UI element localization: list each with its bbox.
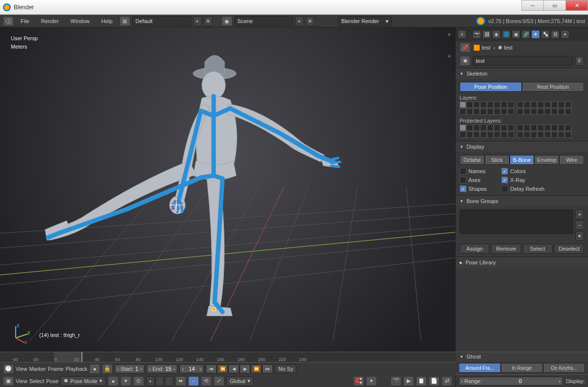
pin-icon[interactable]: 📌 [460,43,470,52]
panel-display-header[interactable]: Display [456,141,588,152]
play-reverse-button[interactable]: ◀ [228,364,239,373]
info-editor-type-icon[interactable]: ⓘ [3,16,14,26]
keyframe-next-button[interactable]: ⏩ [251,364,262,373]
panel-bonegroups-header[interactable]: Bone Groups [456,196,588,206]
menu-help[interactable]: Help [97,16,118,26]
tab-bone-icon[interactable]: 🦴 [541,30,550,39]
editor-type-icon[interactable]: ▣ [3,376,14,386]
bonegroup-select-button[interactable]: Select [523,244,553,254]
menu-file[interactable]: File [16,16,34,26]
bonegroups-list[interactable] [460,209,573,234]
panel-skeleton-header[interactable]: Skeleton [456,68,588,79]
ghost-around-button[interactable]: Around Fra... [459,363,501,373]
viewport-menu-view[interactable]: View [16,378,27,384]
fake-user-button[interactable]: F [575,56,584,66]
jump-end-button[interactable]: ⏭ [262,364,273,373]
ghost-inrange-button[interactable]: In Range [501,363,543,373]
scene-field[interactable]: Scene [234,16,293,26]
tab-boneconstraint-icon[interactable]: ⛓ [551,30,560,39]
check-xray[interactable] [501,177,508,183]
toggle-panel-icon[interactable]: + [447,52,451,60]
armature-layers[interactable] [460,102,584,115]
shading-menu-icon[interactable]: ▾ [121,376,131,386]
screen-layout-field[interactable]: Default [132,16,191,26]
rest-position-button[interactable]: Rest Position [522,82,584,92]
manipulator-rotate-icon[interactable]: ⟲ [201,376,212,386]
tab-world-icon[interactable]: 🌐 [502,30,511,39]
props-editor-type-icon[interactable]: ≡ [458,30,466,39]
check-delay[interactable] [501,185,508,192]
render-preview-icon[interactable]: 🎬 [391,376,401,386]
ghost-onkey-button[interactable]: On Keyfra... [543,363,585,373]
timeline-menu-playback[interactable]: Playback [66,366,88,372]
scene-add-button[interactable]: + [295,16,304,26]
panel-ghost-header[interactable]: Ghost [456,352,588,361]
breadcrumb-object[interactable]: ✱ test [498,45,513,51]
tab-render-icon[interactable]: 📷 [472,30,481,39]
keyingset-icon[interactable]: 🔒 [102,364,113,374]
display-bbone[interactable]: B-Bone [510,155,535,165]
paste-flip-icon[interactable]: ⇄ [441,376,452,386]
check-shapes[interactable] [460,185,466,192]
panel-poselib-header[interactable]: Pose Library [456,257,588,268]
check-colors[interactable] [501,168,508,175]
auto-keyframe-icon[interactable]: ● [89,364,100,374]
display-stick[interactable]: Stick [485,155,510,165]
pose-position-button[interactable]: Pose Position [460,82,522,92]
copy-pose-icon[interactable]: 📋 [416,376,427,386]
timeline-menu-view[interactable]: View [16,366,27,372]
3d-viewport[interactable]: User Persp Meters + + (14) test : thigh_… [0,27,456,387]
ghost-range-field[interactable]: ‹ Range:0› [459,377,563,386]
breadcrumb-scene[interactable]: 🟧 test [473,45,490,51]
tab-object-icon[interactable]: ▣ [512,30,520,39]
manipulator-scale-icon[interactable]: ⤢ [214,376,224,386]
check-names[interactable] [460,168,466,175]
paste-pose-icon[interactable]: 📄 [429,376,440,386]
datablock-name-field[interactable]: test [472,56,573,66]
manipulator-translate-icon[interactable]: ↔ [188,376,199,386]
timeline-menu-frame[interactable]: Frame [48,366,64,372]
datablock-browse-icon[interactable]: ✱ [460,56,470,66]
current-frame-field[interactable]: ‹14› [179,364,204,373]
timeline-editor-type-icon[interactable]: 🕐 [3,364,14,374]
mode-dropdown[interactable]: ✱ Pose Mode ▾ [60,376,106,386]
check-axes[interactable] [460,177,466,183]
timeline-menu-marker[interactable]: Marker [29,366,46,372]
manipulator-toggle-icon[interactable]: ⬌ [175,376,186,386]
frame-start-field[interactable]: ‹ Start:1› [115,364,145,373]
tab-scene-icon[interactable]: ◉ [492,30,501,39]
playhead[interactable] [81,352,82,362]
sync-dropdown[interactable]: No Sy [275,364,296,373]
screen-layout-add-button[interactable]: + [193,16,202,26]
orientation-dropdown[interactable]: Global ▾ [226,376,254,386]
timeline-editor[interactable]: -40 -20 0 20 40 60 80 100 120 140 160 18… [0,352,456,374]
shading-solid-icon[interactable]: ● [108,376,119,386]
bonegroup-remove-button[interactable]: − [575,220,584,230]
display-octahedral[interactable]: Octahe [460,155,485,165]
scene-browse-icon[interactable]: ◉ [221,16,232,26]
display-envelope[interactable]: Envelop [534,155,559,165]
menu-render[interactable]: Render [36,16,64,26]
bonegroup-remove-btn[interactable]: Remove [491,244,521,254]
keyframe-prev-button[interactable]: ⏪ [217,364,228,373]
tab-renderlayers-icon[interactable]: 🖼 [482,30,491,39]
scene-remove-button[interactable]: ✕ [306,16,315,26]
timeline-ruler[interactable]: -40 -20 0 20 40 60 80 100 120 140 160 18… [0,352,456,362]
bonegroup-add-button[interactable]: + [575,209,584,219]
tab-constraints-icon[interactable]: 🔗 [521,30,530,39]
protected-layers[interactable] [460,125,584,138]
snap-icon[interactable]: 🧲 [353,376,364,386]
play-button[interactable]: ▶ [240,364,250,373]
layer-buttons-group[interactable]: ▪ [146,376,173,386]
close-button[interactable]: ✕ [565,0,588,11]
screen-layout-remove-button[interactable]: ✕ [204,16,213,26]
menu-window[interactable]: Window [66,16,95,26]
pivot-icon[interactable]: ⊙ [133,376,144,386]
tab-armature-icon[interactable]: ✱ [531,30,540,39]
render-engine-dropdown[interactable]: Blender Render▾ [338,16,392,26]
jump-start-button[interactable]: ⏮ [206,364,217,373]
display-wire[interactable]: Wire [559,155,584,165]
bonegroup-assign-button[interactable]: Assign [460,244,490,254]
viewport-menu-select[interactable]: Select [29,378,45,384]
viewport-menu-pose[interactable]: Pose [46,378,58,384]
